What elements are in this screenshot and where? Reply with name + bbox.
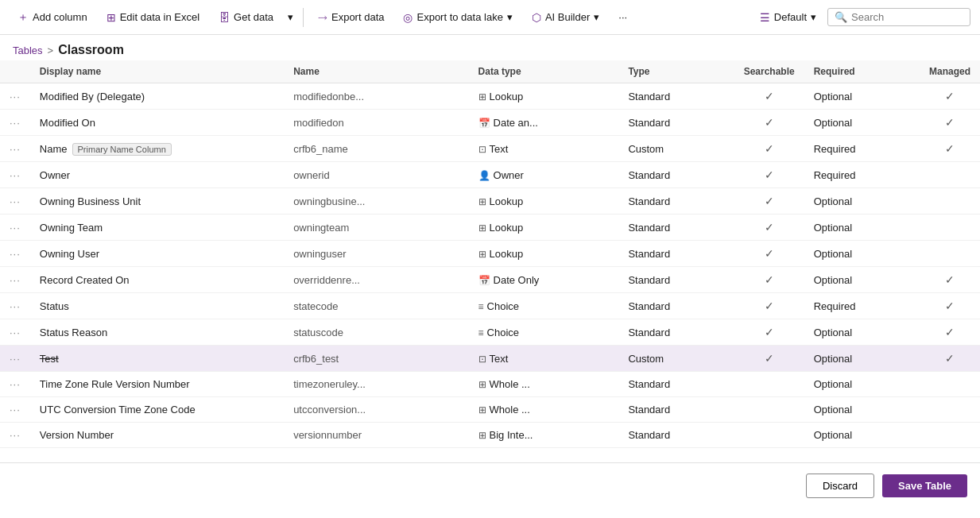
export-lake-button[interactable]: ◎ Export to data lake ▾ [395,7,520,28]
row-menu-dots[interactable]: ··· [0,215,30,241]
row-data-type: ⊡Text [469,346,619,372]
row-menu-dots[interactable]: ··· [0,372,30,397]
row-display-name: Owning Team [30,215,284,241]
row-logical-name: crfb6_test [284,346,468,372]
col-header-searchable[interactable]: Searchable [734,60,804,83]
export-data-button[interactable]: ⤑ Export data [310,7,393,28]
table-row[interactable]: ···Modified By (Delegate)modifiedonbe...… [0,83,980,110]
row-data-type: 📅Date an... [469,110,619,136]
row-data-type: 📅Date Only [469,267,619,293]
searchable-check: ✓ [765,116,774,129]
row-type: Custom [618,136,734,162]
save-table-button[interactable]: Save Table [882,474,967,497]
row-searchable: ✓ [734,293,804,319]
row-logical-name: statuscode [284,319,468,346]
row-required: Optional [804,215,920,241]
row-type: Standard [618,267,734,293]
add-column-button[interactable]: ＋ Add column [10,6,95,29]
breadcrumb-tables-link[interactable]: Tables [13,44,43,56]
table-row[interactable]: ···UTC Conversion Time Zone Codeutcconve… [0,397,980,423]
type-icon: ≡ [478,301,484,312]
discard-button[interactable]: Discard [806,474,874,498]
edit-excel-button[interactable]: ⊞ Edit data in Excel [99,7,207,28]
row-menu-dots[interactable]: ··· [0,293,30,319]
col-header-name[interactable]: Name [284,60,468,83]
row-searchable: ✓ [734,346,804,372]
row-display-name: Modified By (Delegate) [30,83,284,110]
row-searchable: ✓ [734,162,804,188]
row-menu-dots[interactable]: ··· [0,136,30,162]
get-data-button[interactable]: 🗄 Get data [211,7,281,28]
columns-table: Display name Name Data type Type Searcha… [0,60,980,448]
row-menu-dots[interactable]: ··· [0,241,30,267]
row-type: Standard [618,83,734,110]
row-logical-name: statecode [284,293,468,319]
table-row[interactable]: ···Modified Onmodifiedon📅Date an...Stand… [0,110,980,136]
row-menu-dots[interactable]: ··· [0,397,30,423]
row-managed [920,241,980,267]
type-icon: ⊞ [478,379,486,390]
get-data-dropdown[interactable]: ▾ [285,7,296,27]
row-required: Optional [804,346,920,372]
row-data-type: ⊞Lookup [469,188,619,215]
search-box[interactable]: 🔍 [827,8,970,26]
row-menu-dots[interactable]: ··· [0,423,30,448]
type-icon: 📅 [478,118,490,129]
type-icon: ⊞ [478,222,486,234]
searchable-check: ✓ [765,168,774,181]
row-managed: ✓ [920,83,980,110]
row-menu-dots[interactable]: ··· [0,346,30,372]
row-searchable [734,397,804,423]
row-data-type: ⊞Whole ... [469,372,619,397]
row-searchable [734,372,804,397]
table-row[interactable]: ···Owning Userowninguser⊞LookupStandard✓… [0,241,980,267]
col-header-type[interactable]: Type [618,60,734,83]
table-row[interactable]: ···Statusstatecode≡ChoiceStandard✓Requir… [0,293,980,319]
table-row[interactable]: ···Ownerownerid👤OwnerStandard✓Required [0,162,980,188]
table-row[interactable]: ···Time Zone Rule Version Numbertimezone… [0,372,980,397]
row-display-name: Version Number [30,423,284,448]
row-searchable: ✓ [734,267,804,293]
table-row[interactable]: ···Status Reasonstatuscode≡ChoiceStandar… [0,319,980,346]
row-managed: ✓ [920,136,980,162]
search-input[interactable] [851,11,963,23]
row-data-type: ⊞Big Inte... [469,423,619,448]
table-row[interactable]: ···Version Numberversionnumber⊞Big Inte.… [0,423,980,448]
more-button[interactable]: ··· [610,7,635,27]
searchable-check: ✓ [765,273,774,286]
ai-builder-button[interactable]: ⬡ AI Builder ▾ [524,7,607,28]
managed-check: ✓ [945,300,955,312]
type-icon: ≡ [478,327,484,338]
row-type: Standard [618,241,734,267]
table-row[interactable]: ···Record Created Onoverriddenre...📅Date… [0,267,980,293]
table-row[interactable]: ···Owning Teamowningteam⊞LookupStandard✓… [0,215,980,241]
searchable-check: ✓ [765,142,774,155]
searchable-check: ✓ [765,326,774,338]
row-display-name: UTC Conversion Time Zone Code [30,397,284,423]
table-row[interactable]: ···NamePrimary Name Columncrfb6_name⊡Tex… [0,136,980,162]
col-header-datatype[interactable]: Data type [469,60,619,83]
default-button[interactable]: ☰ Default ▾ [752,7,824,28]
row-required: Optional [804,188,920,215]
row-menu-dots[interactable]: ··· [0,110,30,136]
row-type: Standard [618,215,734,241]
row-menu-dots[interactable]: ··· [0,162,30,188]
col-header-required[interactable]: Required [804,60,920,83]
row-menu-dots[interactable]: ··· [0,319,30,346]
row-menu-dots[interactable]: ··· [0,267,30,293]
row-display-name: NamePrimary Name Column [30,136,284,162]
row-managed [920,423,980,448]
table-row[interactable]: ···Owning Business Unitowningbusine...⊞L… [0,188,980,215]
row-required: Required [804,162,920,188]
col-header-managed[interactable]: Managed [920,60,980,83]
row-managed: ✓ [920,346,980,372]
breadcrumb: Tables > Classroom [0,35,980,60]
table-row[interactable]: ···Testcrfb6_test⊡TextCustom✓Optional✓ [0,346,980,372]
row-menu-dots[interactable]: ··· [0,188,30,215]
table-header-row: Display name Name Data type Type Searcha… [0,60,980,83]
col-header-display-name[interactable]: Display name [30,60,284,83]
footer: Discard Save Table [0,462,980,508]
row-menu-dots[interactable]: ··· [0,83,30,110]
type-icon: ⊞ [478,196,486,207]
row-data-type: ≡Choice [469,319,619,346]
